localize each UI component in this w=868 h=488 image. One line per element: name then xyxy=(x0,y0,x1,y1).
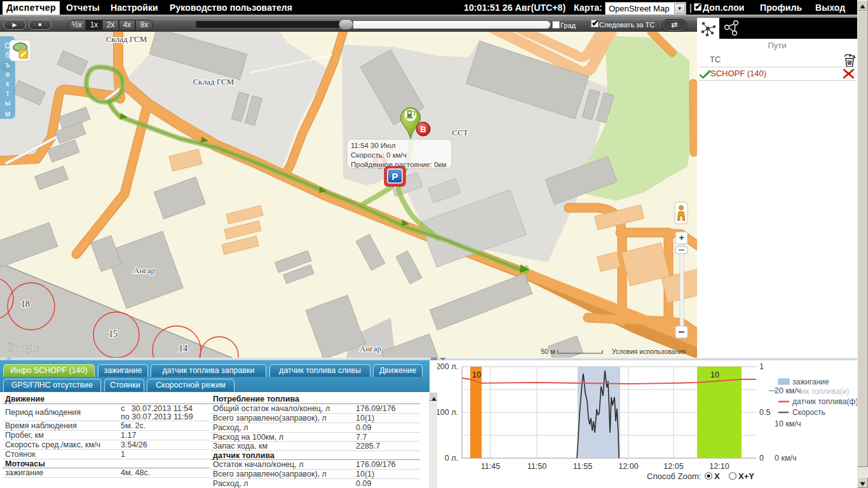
svg-text:10 км/ч: 10 км/ч xyxy=(775,419,801,428)
svg-text:чик топлива(и): чик топлива(и) xyxy=(797,387,849,396)
svg-text:100 л.: 100 л. xyxy=(437,408,458,417)
svg-text:11:55: 11:55 xyxy=(573,462,592,471)
svg-text:Ангар: Ангар xyxy=(133,266,155,275)
svg-text:11:45: 11:45 xyxy=(481,462,500,471)
svg-text:зажигание: зажигание xyxy=(792,377,829,386)
svg-text:к: к xyxy=(6,79,10,88)
svg-text:18: 18 xyxy=(21,299,30,309)
svg-text:Google: Google xyxy=(5,341,39,354)
svg-text:0.5: 0.5 xyxy=(759,408,770,417)
svg-text:200 л.: 200 л. xyxy=(437,362,458,371)
svg-text:11:50: 11:50 xyxy=(527,462,546,471)
svg-text:ъ: ъ xyxy=(5,60,10,69)
svg-text:0: 0 xyxy=(759,454,764,463)
svg-text:Скорость: 0 км/ч: Скорость: 0 км/ч xyxy=(351,151,407,159)
svg-text:датчик топлива(ф): датчик топлива(ф) xyxy=(792,397,857,406)
svg-text:11:54 30 Июл: 11:54 30 Июл xyxy=(351,142,395,149)
svg-text:0 км/ч: 0 км/ч xyxy=(775,454,796,463)
svg-text:Способ Zoom:: Способ Zoom: xyxy=(647,471,701,481)
svg-text:Условия использования: Условия использования xyxy=(612,348,686,355)
svg-text:50 м: 50 м xyxy=(541,348,555,355)
svg-text:10: 10 xyxy=(472,370,481,379)
svg-text:14: 14 xyxy=(179,344,187,353)
svg-text:т: т xyxy=(6,89,10,98)
svg-text:0 л.: 0 л. xyxy=(445,454,458,463)
svg-text:е: е xyxy=(6,70,10,79)
svg-text:ы: ы xyxy=(5,98,11,107)
svg-text:12:10: 12:10 xyxy=(709,462,729,471)
svg-text:Склад ГСМ: Склад ГСМ xyxy=(106,34,147,44)
svg-text:ССТ: ССТ xyxy=(452,128,468,137)
svg-text:15: 15 xyxy=(109,329,118,339)
svg-text:P: P xyxy=(391,171,398,182)
svg-text:10: 10 xyxy=(710,370,719,379)
svg-text:12:05: 12:05 xyxy=(663,462,683,471)
svg-text:Скорость: Скорость xyxy=(792,408,825,417)
svg-text:X: X xyxy=(714,471,720,481)
svg-text:12:00: 12:00 xyxy=(618,462,638,471)
svg-text:+: + xyxy=(679,233,684,243)
svg-text:м: м xyxy=(5,109,10,118)
svg-text:1: 1 xyxy=(759,362,764,371)
svg-text:Склад ГСМ: Склад ГСМ xyxy=(193,77,234,86)
svg-text:X+Y: X+Y xyxy=(738,471,754,481)
svg-text:Ангар: Ангар xyxy=(360,344,381,353)
svg-text:B: B xyxy=(420,125,426,134)
